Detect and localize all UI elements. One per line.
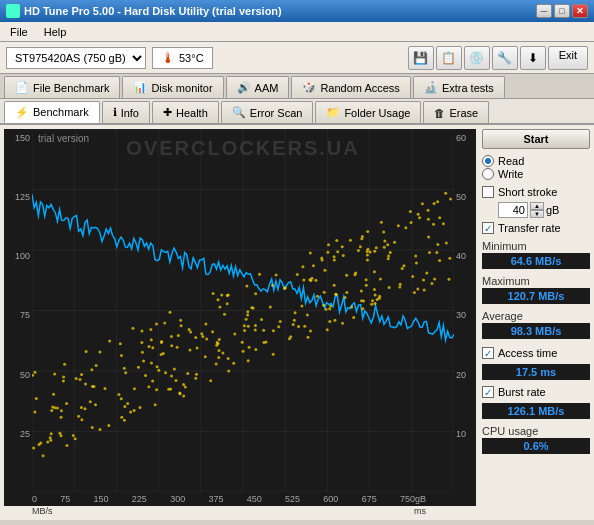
x-750: 750gB: [400, 494, 426, 504]
disk-monitor-icon: 📊: [133, 81, 147, 94]
x-75: 75: [60, 494, 70, 504]
spin-up[interactable]: ▲: [530, 202, 544, 210]
trial-text: trial version: [38, 133, 89, 144]
y-left-125: 125: [6, 192, 30, 202]
average-block: Average 98.3 MB/s: [482, 310, 590, 339]
gb-input[interactable]: [498, 202, 528, 218]
y-right-20: 20: [456, 370, 474, 380]
title-bar: HD Tune Pro 5.00 - Hard Disk Utility (tr…: [0, 0, 594, 22]
tab-folder-usage[interactable]: 📁 Folder Usage: [315, 101, 421, 123]
transfer-rate-checkbox[interactable]: ✓: [482, 222, 494, 234]
benchmark-icon: ⚡: [15, 106, 29, 119]
tab-extra-tests[interactable]: 🔬 Extra tests: [413, 76, 505, 98]
maximize-button[interactable]: □: [554, 4, 570, 18]
menu-file[interactable]: File: [6, 25, 32, 39]
toolbar-icon-5[interactable]: ⬇: [520, 46, 546, 70]
toolbar-icons: 💾 📋 💿 🔧 ⬇ Exit: [408, 46, 588, 70]
tab-random-access[interactable]: 🎲 Random Access: [291, 76, 410, 98]
folder-usage-icon: 📁: [326, 106, 340, 119]
close-button[interactable]: ✕: [572, 4, 588, 18]
short-stroke-row[interactable]: Short stroke: [482, 186, 590, 198]
benchmark-chart: [32, 129, 454, 492]
burst-rate-value: 126.1 MB/s: [482, 403, 590, 419]
cpu-usage-block: CPU usage 0.6%: [482, 425, 590, 454]
access-time-checkbox[interactable]: ✓: [482, 347, 494, 359]
tab-info[interactable]: ℹ Info: [102, 101, 150, 123]
average-value: 98.3 MB/s: [482, 323, 590, 339]
file-benchmark-icon: 📄: [15, 81, 29, 94]
window-title: HD Tune Pro 5.00 - Hard Disk Utility (tr…: [24, 5, 282, 17]
minimum-label: Minimum: [482, 240, 590, 252]
y-right-40: 40: [456, 251, 474, 261]
y-left-75: 75: [6, 310, 30, 320]
x-225: 225: [132, 494, 147, 504]
y-right-axis-label: ms: [414, 506, 426, 516]
temperature-display: 🌡 53°C: [152, 47, 213, 69]
read-radio-row[interactable]: Read: [482, 155, 590, 167]
y-right-50: 50: [456, 192, 474, 202]
right-panel: Start Read Write Short stroke ▲ ▼ gB: [482, 129, 590, 516]
write-radio-row[interactable]: Write: [482, 168, 590, 180]
y-left-150: 150: [6, 133, 30, 143]
short-stroke-checkbox[interactable]: [482, 186, 494, 198]
access-time-row[interactable]: ✓ Access time: [482, 347, 590, 359]
cpu-usage-value: 0.6%: [482, 438, 590, 454]
read-label: Read: [498, 155, 524, 167]
error-scan-icon: 🔍: [232, 106, 246, 119]
start-button[interactable]: Start: [482, 129, 590, 149]
health-icon: ✚: [163, 106, 172, 119]
transfer-rate-row[interactable]: ✓ Transfer rate: [482, 222, 590, 234]
toolbar-icon-4[interactable]: 🔧: [492, 46, 518, 70]
x-150: 150: [94, 494, 109, 504]
spin-down[interactable]: ▼: [530, 210, 544, 218]
random-access-icon: 🎲: [302, 81, 316, 94]
tab-health[interactable]: ✚ Health: [152, 101, 219, 123]
access-time-value: 17.5 ms: [482, 364, 590, 380]
mode-radio-group: Read Write: [482, 153, 590, 182]
menu-bar: File Help: [0, 22, 594, 42]
chart-watermark: OVERCLOCKERS.UA: [126, 137, 359, 160]
y-right-30: 30: [456, 310, 474, 320]
cpu-usage-label: CPU usage: [482, 425, 590, 437]
x-300: 300: [170, 494, 185, 504]
gb-unit: gB: [546, 204, 559, 216]
burst-rate-row[interactable]: ✓ Burst rate: [482, 386, 590, 398]
write-radio[interactable]: [482, 168, 494, 180]
chart-wrapper: 150 125 100 75 50 25 OVERCLOCKERS.UA tri…: [4, 129, 476, 516]
x-600: 600: [323, 494, 338, 504]
exit-button[interactable]: Exit: [548, 46, 588, 70]
toolbar-icon-1[interactable]: 💾: [408, 46, 434, 70]
menu-help[interactable]: Help: [40, 25, 71, 39]
x-675: 675: [362, 494, 377, 504]
extra-tests-icon: 🔬: [424, 81, 438, 94]
info-icon: ℹ: [113, 106, 117, 119]
aam-icon: 🔊: [237, 81, 251, 94]
read-radio[interactable]: [482, 155, 494, 167]
tab-disk-monitor[interactable]: 📊 Disk monitor: [122, 76, 223, 98]
tab-erase[interactable]: 🗑 Erase: [423, 101, 489, 123]
x-0: 0: [32, 494, 37, 504]
toolbar-icon-2[interactable]: 📋: [436, 46, 462, 70]
toolbar-icon-3[interactable]: 💿: [464, 46, 490, 70]
y-left-25: 25: [6, 429, 30, 439]
burst-rate-checkbox[interactable]: ✓: [482, 386, 494, 398]
write-label: Write: [498, 168, 523, 180]
tab-error-scan[interactable]: 🔍 Error Scan: [221, 101, 314, 123]
minimize-button[interactable]: ─: [536, 4, 552, 18]
y-left-50: 50: [6, 370, 30, 380]
thermometer-icon: 🌡: [161, 50, 175, 66]
x-450: 450: [247, 494, 262, 504]
x-375: 375: [208, 494, 223, 504]
tab-aam[interactable]: 🔊 AAM: [226, 76, 290, 98]
maximum-value: 120.7 MB/s: [482, 288, 590, 304]
drive-select[interactable]: ST975420AS (750 gB): [6, 47, 146, 69]
erase-icon: 🗑: [434, 107, 445, 119]
y-left-axis-label: MB/s: [32, 506, 53, 516]
temperature-value: 53°C: [179, 52, 204, 64]
tab-file-benchmark[interactable]: 📄 File Benchmark: [4, 76, 120, 98]
short-stroke-label: Short stroke: [498, 186, 557, 198]
access-time-label: Access time: [498, 347, 557, 359]
burst-rate-label: Burst rate: [498, 386, 546, 398]
y-left-100: 100: [6, 251, 30, 261]
tab-benchmark[interactable]: ⚡ Benchmark: [4, 101, 100, 123]
